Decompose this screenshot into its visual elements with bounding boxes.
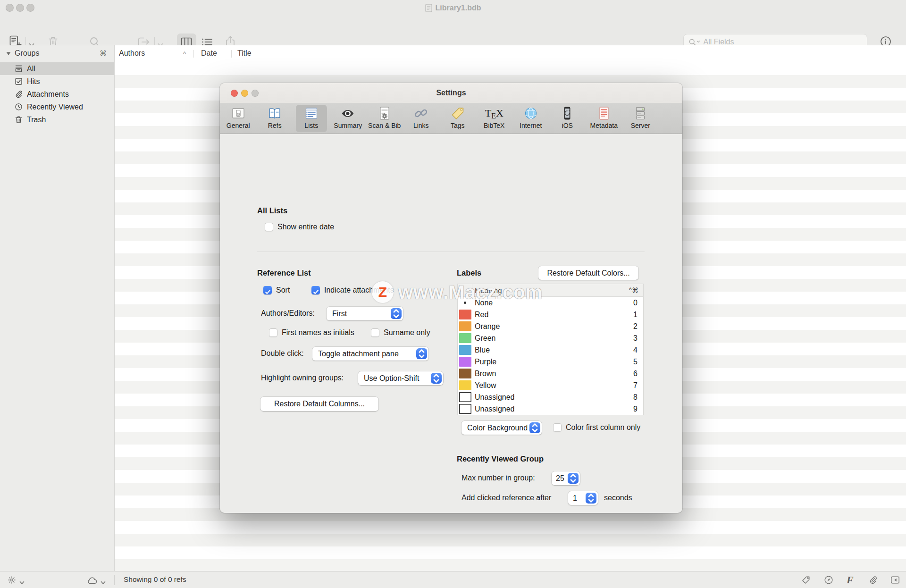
sidebar-item-attachments[interactable]: Attachments [0, 88, 114, 101]
max-number-dropdown[interactable]: 25 [552, 471, 580, 485]
tab-label: Summary [334, 122, 362, 129]
label-row-unassigned-8[interactable]: Unassigned8 [458, 391, 643, 403]
show-entire-date-checkbox[interactable] [265, 223, 273, 231]
color-first-column-checkbox[interactable] [553, 423, 562, 432]
dialog-zoom-button[interactable] [252, 90, 259, 97]
color-swatch [459, 310, 471, 319]
sort-checkbox[interactable] [263, 286, 272, 294]
label-row-red-1[interactable]: Red1 [458, 309, 643, 320]
hits-icon [14, 77, 23, 86]
tab-label: Server [631, 122, 650, 129]
tab-label: Refs [268, 122, 282, 129]
color-swatch [459, 357, 471, 367]
attachment-paperclip-icon[interactable] [868, 575, 878, 585]
label-row-blue-4[interactable]: Blue4 [458, 344, 643, 356]
status-showing-text: Showing 0 of 0 refs [124, 575, 186, 584]
label-row-unassigned-9[interactable]: Unassigned9 [458, 403, 643, 415]
highlight-owning-groups-value: Use Option-Shift [364, 374, 419, 383]
tab-general[interactable]: General [220, 103, 257, 134]
tab-refs[interactable]: Refs [257, 103, 294, 134]
surname-only-label: Surname only [384, 328, 430, 337]
label-row-orange-2[interactable]: Orange2 [458, 320, 643, 332]
label-name: Unassigned [475, 405, 515, 413]
highlight-owning-groups-dropdown[interactable]: Use Option-Shift [358, 371, 443, 385]
tab-lists[interactable]: Lists [293, 103, 330, 134]
dialog-close-button[interactable] [231, 90, 238, 97]
gear-chevron-down-icon[interactable] [19, 578, 25, 582]
tab-server[interactable]: Server [622, 103, 659, 134]
indicate-attachments-checkbox[interactable] [311, 286, 320, 294]
paperclip-icon [14, 90, 23, 99]
settings-title: Settings [436, 89, 466, 97]
labels-table-header[interactable]: Meaning ^⌘ [458, 284, 643, 297]
color-mode-value: Color Background [467, 424, 528, 432]
settings-dialog: Settings GeneralRefsListsSummaryScan & B… [220, 83, 682, 513]
first-names-initials-checkbox[interactable] [269, 328, 277, 337]
column-divider[interactable] [193, 50, 194, 58]
tab-metadata[interactable]: Metadata [586, 103, 622, 134]
color-mode-dropdown[interactable]: Color Background [461, 421, 542, 435]
authors-editors-value: First [332, 310, 347, 318]
stepper-icon [431, 373, 442, 384]
add-chevron-down-icon[interactable] [29, 41, 34, 45]
first-names-initials-row: First names as initials [269, 328, 354, 337]
cloud-icon[interactable] [86, 576, 98, 584]
column-divider[interactable] [231, 50, 232, 58]
settings-tabbar: GeneralRefsListsSummaryScan & BibLinksTa… [220, 103, 682, 134]
restore-default-columns-button[interactable]: Restore Default Columns... [260, 397, 378, 411]
cloud-chevron-down-icon[interactable] [101, 578, 106, 582]
sidebar-item-trash[interactable]: Trash [0, 113, 114, 126]
column-header-authors[interactable]: Authors [119, 49, 145, 58]
copy-citation-chevron-down-icon[interactable] [158, 41, 163, 45]
tab-bibtex[interactable]: TEXBibTeX [476, 103, 513, 134]
add-clicked-value: 1 [573, 494, 577, 503]
dialog-minimize-button[interactable] [241, 90, 248, 97]
label-value: 5 [633, 358, 638, 366]
tab-scan-bib[interactable]: Scan & Bib [366, 103, 403, 134]
internet-icon [523, 106, 538, 121]
label-name: Red [475, 311, 488, 319]
label-row-green-3[interactable]: Green3 [458, 332, 643, 344]
label-row-yellow-7[interactable]: Yellow7 [458, 379, 643, 391]
label-row-none-0[interactable]: None0 [458, 297, 643, 309]
sort-row: Sort [263, 286, 290, 294]
table-column-divider [472, 284, 472, 296]
sort-ascending-indicator: ^ [183, 50, 186, 57]
action-gear-icon[interactable] [8, 576, 16, 584]
restore-default-colors-button[interactable]: Restore Default Colors... [538, 266, 638, 280]
meaning-column-header[interactable]: Meaning [475, 286, 502, 294]
fonts-icon[interactable]: F [847, 575, 856, 585]
tag-icon[interactable] [801, 575, 811, 585]
column-header-date[interactable]: Date [201, 49, 217, 58]
color-first-column-label: Color first column only [566, 423, 640, 432]
tab-label: BibTeX [484, 122, 504, 129]
refs-icon [267, 106, 282, 121]
color-swatch [459, 321, 471, 331]
double-click-dropdown[interactable]: Toggle attachment pane [312, 347, 428, 361]
scanbib-icon [377, 106, 392, 121]
column-header-title[interactable]: Title [237, 49, 252, 58]
add-clicked-dropdown[interactable]: 1 [568, 491, 598, 505]
groups-header-label: Groups [15, 49, 39, 58]
tab-internet[interactable]: Internet [512, 103, 549, 134]
label-row-brown-6[interactable]: Brown6 [458, 368, 643, 379]
label-row-purple-5[interactable]: Purple5 [458, 356, 643, 368]
toggle-side-panel-icon[interactable] [890, 575, 900, 585]
compass-icon[interactable] [824, 575, 833, 585]
authors-editors-dropdown[interactable]: First [327, 307, 403, 320]
tab-links[interactable]: Links [403, 103, 440, 134]
sidebar-item-recently-viewed[interactable]: Recently Viewed [0, 101, 114, 113]
status-bar: Showing 0 of 0 refs F [0, 571, 906, 588]
shortcut-column-header[interactable]: ^⌘ [629, 286, 638, 294]
reference-list-heading: Reference List [257, 269, 311, 277]
tab-ios[interactable]: iOS [549, 103, 586, 134]
sidebar-item-all[interactable]: All [0, 62, 114, 75]
sidebar-item-hits[interactable]: Hits [0, 75, 114, 88]
surname-only-checkbox[interactable] [371, 328, 379, 337]
label-value: 7 [633, 381, 638, 390]
disclosure-triangle-icon[interactable] [6, 51, 11, 56]
tab-tags[interactable]: Tags [439, 103, 476, 134]
tab-summary[interactable]: Summary [330, 103, 367, 134]
first-names-initials-label: First names as initials [282, 328, 354, 337]
max-number-label: Max number in group: [461, 474, 535, 482]
